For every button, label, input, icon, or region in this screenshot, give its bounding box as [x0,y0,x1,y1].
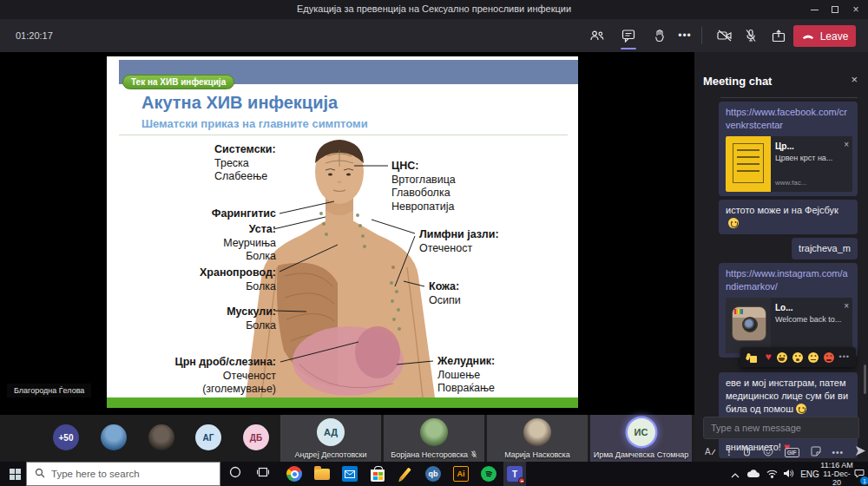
svg-text:A: A [705,447,711,456]
participant-photo-avatar[interactable] [148,424,174,450]
taskbar-app-quickbooks[interactable]: qb [422,462,444,486]
overflow-participants-avatar[interactable]: +50 [53,424,79,450]
taskbar-app-store[interactable] [366,462,389,486]
sad-reaction-icon[interactable] [808,352,819,363]
cortana-button[interactable] [224,462,247,486]
participant-photo-avatar[interactable] [101,424,127,450]
instagram-logo-icon [732,306,766,341]
chat-message: https://www.instagram.com/andiemarkov/ L… [719,263,858,358]
heart-reaction-icon[interactable]: ♥ [765,351,771,364]
participant-initials-avatar[interactable]: ДБ [243,424,269,450]
more-actions-button[interactable]: ••• [674,25,696,46]
chat-message: https://www.facebook.com/crvenkrstcentar… [719,102,858,196]
taskbar-app-pen-tool[interactable] [394,462,417,486]
presentation-stage: Тек на ХИВ инфекција Акутна ХИВ инфекциј… [0,52,694,462]
presenter-name-label: Благородна Ѓелова [7,384,91,397]
angry-reaction-icon[interactable] [824,352,834,363]
wifi-tray-button[interactable] [764,462,779,486]
preview-title: Цр... [775,140,848,153]
chat-button[interactable] [617,25,640,46]
window-titlebar: Едукација за превенција на Сексуално пре… [0,0,868,19]
language-indicator[interactable]: ENG [798,462,822,486]
preview-close-icon[interactable]: × [844,299,849,312]
task-view-icon [257,466,269,482]
taskbar-app-chrome[interactable] [283,462,306,486]
windows-logo-icon [10,469,21,480]
smile-emoji-icon [728,218,739,228]
task-view-button[interactable] [252,462,274,486]
close-button[interactable]: × [847,2,865,17]
participant-initials-avatar: ИС [628,418,655,446]
share-screen-button[interactable] [767,25,790,46]
taskbar-app-mail[interactable] [339,462,361,486]
participant-tile-speaking[interactable]: ИС Ирма Дамчевска Стомнар [590,415,692,462]
cortana-icon [229,466,241,482]
action-center-button[interactable]: 1 [852,462,867,486]
mail-icon [342,466,358,482]
instagram-link[interactable]: https://www.instagram.com/andiemarkov/ [726,268,848,292]
minimize-button[interactable] [806,2,823,17]
maximize-button[interactable] [826,2,844,17]
participant-tile[interactable]: Марија Насковска [487,415,588,462]
tray-expand-button[interactable] [727,462,743,486]
start-button[interactable] [3,462,26,486]
camera-off-icon [717,30,733,42]
chat-scrollbar[interactable] [864,364,866,394]
volume-tray-button[interactable] [780,462,796,486]
participant-name: Андреј Деспотовски [280,450,381,459]
priority-icon[interactable]: ! [727,447,731,457]
facebook-preview-image [726,136,771,192]
facebook-link[interactable]: https://www.facebook.com/crvenkrstcentar [726,107,847,130]
label-liver-spleen: Црн дроб/слезина: Отеченост (зголемување… [175,356,276,397]
participants-button[interactable] [586,25,608,46]
instagram-link-preview[interactable]: Lo... × Welcome back to... [726,298,852,353]
raise-hand-button[interactable] [648,25,670,46]
send-icon[interactable] [855,444,866,460]
attach-icon[interactable] [742,444,752,460]
participant-initials-avatar[interactable]: АГ [195,424,221,450]
taskbar-search[interactable] [26,462,220,486]
more-compose-icon[interactable]: ••• [832,448,845,457]
chat-close-button[interactable]: × [851,73,858,86]
taskbar-app-spotify[interactable] [477,462,500,486]
onedrive-tray-icon-button[interactable] [745,462,762,486]
chat-input[interactable] [703,417,859,439]
participant-tile[interactable]: АД Андреј Деспотовски [280,415,381,462]
leave-button[interactable]: Leave [793,25,856,47]
taskbar-app-illustrator[interactable]: Ai [450,462,472,486]
window-title: Едукација за превенција на Сексуално пре… [0,3,868,14]
camera-toggle-button[interactable] [713,25,736,46]
surprised-reaction-icon[interactable] [792,352,803,363]
chrome-icon [286,466,302,482]
slide-badge: Тек на ХИВ инфекција [122,75,234,89]
label-pharyngitis: Фарингитис [212,207,276,221]
thumbs-up-reaction-icon[interactable] [746,352,757,363]
search-input[interactable] [51,469,212,479]
more-reactions-icon[interactable]: ••• [839,351,850,364]
notification-count-badge: 1 [860,476,868,485]
gif-icon[interactable]: GIF [785,448,799,457]
mic-toggle-button[interactable] [740,25,762,46]
taskbar-app-teams[interactable]: T [503,462,526,486]
cloud-icon [746,466,760,482]
slide-subtitle: Шематски приказ на главните симптоми [141,117,368,130]
taskbar-app-explorer[interactable] [311,462,333,486]
label-systemic: Системски: Треска Слабеење [214,143,276,184]
participant-initials-avatar: АД [317,418,345,446]
laugh-reaction-icon[interactable] [777,352,787,363]
tray-time: 11:16 AM [819,461,854,470]
participant-tile[interactable]: Борјана Несторовска [384,415,484,462]
preview-close-icon[interactable]: × [844,138,849,151]
notification-icon: 1 [854,466,865,482]
clock[interactable]: 11:16 AM 11-Dec-20 [819,462,854,486]
emoji-icon[interactable] [763,444,773,460]
sticker-icon[interactable] [811,444,821,460]
busy-status-icon [518,477,525,484]
participant-name: Ирма Дамчевска Стомнар [590,450,692,459]
slide-title: Акутна ХИВ инфекција [141,93,338,113]
format-icon[interactable]: A [705,444,716,460]
hangup-icon [801,30,815,43]
mic-muted-icon [470,450,477,458]
meeting-stage-area: Тек на ХИВ инфекција Акутна ХИВ инфекциј… [0,52,868,462]
facebook-link-preview[interactable]: Цр... × Црвен крст на... www.fac... [726,136,852,192]
